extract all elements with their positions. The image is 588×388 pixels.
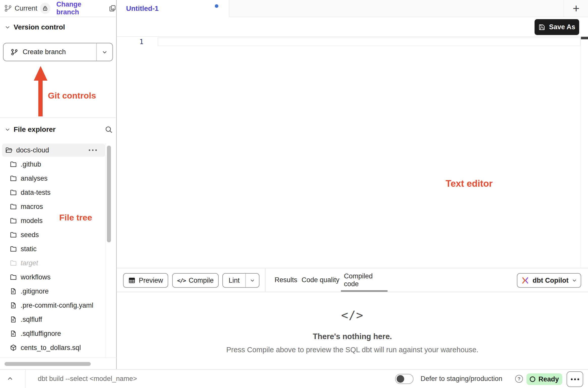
help-icon[interactable]: ? xyxy=(515,375,523,383)
tab-code-quality[interactable]: Code quality xyxy=(300,268,341,292)
file-label: static xyxy=(21,245,37,253)
more-options-button[interactable] xyxy=(567,371,583,387)
folder-open-icon xyxy=(5,146,13,154)
new-tab-button[interactable]: + xyxy=(566,0,586,17)
active-line-highlight xyxy=(158,38,581,46)
command-input[interactable] xyxy=(38,373,144,384)
create-branch-dropdown[interactable] xyxy=(97,43,112,61)
tab-strip-divider xyxy=(564,0,564,17)
annotation-arrow-up xyxy=(34,66,47,81)
tree-row-sqlfluff[interactable]: .sqlfluff xyxy=(0,312,105,327)
file-icon xyxy=(10,330,17,337)
status-ring-icon xyxy=(530,376,535,382)
sidebar: Current Change branch Version control xyxy=(0,0,117,369)
plus-icon: + xyxy=(573,2,580,15)
save-as-label: Save As xyxy=(549,23,575,31)
command-bar-divider xyxy=(25,370,26,388)
chevron-up-icon[interactable] xyxy=(7,375,14,382)
defer-label: Defer to staging/production xyxy=(421,375,502,383)
tree-row-macros[interactable]: macros xyxy=(0,200,105,214)
tree-row-seeds[interactable]: seeds xyxy=(0,228,105,242)
file-explorer-header[interactable]: File explorer xyxy=(5,125,56,134)
preview-label: Preview xyxy=(139,277,163,284)
tree-vertical-scrollbar[interactable] xyxy=(107,146,111,242)
tree-horizontal-scrollbar[interactable] xyxy=(5,362,91,366)
tree-row-data-tests[interactable]: data-tests xyxy=(0,185,105,200)
toggle-knob xyxy=(397,375,404,383)
tree-row-workflows[interactable]: workflows xyxy=(0,270,105,284)
tree-row-pre-commit-config[interactable]: .pre-commit-config.yaml xyxy=(0,298,105,312)
chevron-down-icon xyxy=(102,49,108,55)
empty-state-subtitle: Press Compile above to preview the SQL d… xyxy=(117,346,588,354)
folder-icon xyxy=(10,259,17,267)
tab-compiled-code[interactable]: Compiled code xyxy=(344,268,384,292)
version-control-header[interactable]: Version control xyxy=(5,23,65,31)
unsaved-changes-dot-icon xyxy=(215,4,218,8)
file-label: seeds xyxy=(21,231,39,239)
editor-pane: Untitled-1 + Save As 1 xyxy=(117,0,588,268)
tree-row-static[interactable]: static xyxy=(0,242,105,256)
line-number: 1 xyxy=(134,38,149,46)
annotation-arrow-shaft xyxy=(38,80,43,116)
table-icon xyxy=(128,277,136,284)
chevron-down-icon xyxy=(250,278,255,283)
tree-row-gitignore[interactable]: .gitignore xyxy=(0,284,105,298)
dbt-ide-app: Current Change branch Version control xyxy=(0,0,588,388)
tree-row-sqlfluffignore[interactable]: .sqlfluffignore xyxy=(0,327,105,341)
tab-results[interactable]: Results xyxy=(268,268,304,292)
tree-row-github[interactable]: .github xyxy=(0,157,105,171)
tree-row-cents-to-dollars[interactable]: cents_to_dollars.sql xyxy=(0,341,105,355)
current-branch-label: Current xyxy=(15,5,37,12)
branch-lock-button[interactable] xyxy=(40,3,50,14)
folder-icon xyxy=(10,175,17,182)
tree-scroll-track xyxy=(105,143,105,358)
folder-icon xyxy=(10,273,17,281)
editor-action-row: Save As xyxy=(117,17,588,37)
file-label: cents_to_dollars.sql xyxy=(21,344,81,352)
defer-toggle[interactable] xyxy=(395,374,414,384)
file-label: macros xyxy=(21,203,43,211)
copy-icon[interactable] xyxy=(109,5,116,12)
file-label: .sqlfluffignore xyxy=(21,330,61,338)
file-label: data-tests xyxy=(21,189,51,197)
editor-scrollbar-thumb[interactable] xyxy=(581,37,588,39)
tree-row-docs-cloud[interactable]: docs-cloud xyxy=(0,143,105,157)
git-status-bar: Current Change branch xyxy=(0,0,116,17)
button-divider xyxy=(245,274,246,287)
code-editor[interactable]: 1 Text editor xyxy=(117,37,588,268)
compile-button[interactable]: </> Compile xyxy=(172,273,219,288)
preview-button[interactable]: Preview xyxy=(123,273,168,288)
toolbar-divider xyxy=(265,268,266,292)
file-label: target xyxy=(21,259,38,267)
change-branch-link[interactable]: Change branch xyxy=(56,1,103,16)
model-cube-icon xyxy=(10,344,17,351)
save-as-button[interactable]: Save As xyxy=(535,19,579,35)
dbt-copilot-button[interactable]: dbt Copilot xyxy=(517,273,581,288)
row-options-icon[interactable] xyxy=(89,149,97,151)
folder-icon xyxy=(10,160,17,168)
file-label: .gitignore xyxy=(21,287,49,295)
tree-row-target[interactable]: target xyxy=(0,256,105,270)
section-divider xyxy=(0,117,116,118)
file-label: .github xyxy=(21,160,41,168)
lint-button[interactable]: Lint xyxy=(223,277,245,284)
lint-dropdown[interactable] xyxy=(246,278,259,283)
file-label: analyses xyxy=(21,175,48,182)
file-label: .pre-commit-config.yaml xyxy=(21,302,93,309)
file-label: workflows xyxy=(21,273,51,281)
editor-scrollbar-track xyxy=(581,37,581,268)
tree-row-analyses[interactable]: analyses xyxy=(0,171,105,185)
code-icon: </> xyxy=(117,308,588,322)
empty-state-title: There's nothing here. xyxy=(117,332,588,341)
tab-untitled-1[interactable]: Untitled-1 xyxy=(117,0,229,17)
status-label: Ready xyxy=(538,375,559,383)
search-icon[interactable] xyxy=(105,125,113,134)
folder-icon xyxy=(10,189,17,196)
tab-strip: Untitled-1 + xyxy=(117,0,588,17)
code-icon: </> xyxy=(177,277,186,284)
chevron-down-icon xyxy=(572,278,577,283)
lock-icon xyxy=(42,5,48,11)
file-explorer-title: File explorer xyxy=(14,125,56,134)
create-branch-button[interactable]: Create branch xyxy=(4,43,96,61)
dbt-copilot-label: dbt Copilot xyxy=(533,277,568,284)
